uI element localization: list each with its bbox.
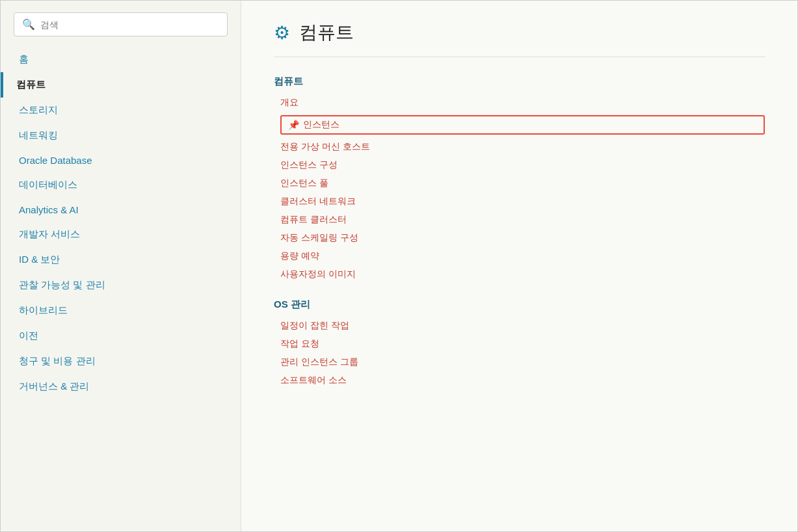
menu-item[interactable]: 개요 bbox=[280, 97, 765, 109]
menu-item[interactable]: 소프트웨어 소스 bbox=[280, 375, 765, 386]
sidebar-item-id-security[interactable]: ID & 보안 bbox=[1, 247, 241, 273]
menu-item[interactable]: 인스턴스 풀 bbox=[280, 178, 765, 189]
menu-item-label: 관리 인스턴스 그룹 bbox=[280, 356, 358, 368]
menu-item-label: 소프트웨어 소스 bbox=[280, 375, 347, 386]
menu-item-label: 인스턴스 bbox=[303, 119, 339, 131]
sidebar-item-observability[interactable]: 관찰 가능성 및 관리 bbox=[1, 273, 241, 298]
menu-items-compute-section: 개요📌인스턴스전용 가상 머신 호스트인스턴스 구성인스턴스 풀클러스터 네트워… bbox=[274, 97, 765, 280]
menu-item[interactable]: 전용 가상 머신 호스트 bbox=[280, 141, 765, 153]
section-compute-section: 컴퓨트개요📌인스턴스전용 가상 머신 호스트인스턴스 구성인스턴스 풀클러스터 … bbox=[274, 75, 765, 280]
sidebar-item-governance[interactable]: 거버넌스 & 관리 bbox=[1, 374, 241, 399]
sidebar-item-compute[interactable]: 컴퓨트 bbox=[1, 72, 241, 98]
page-title: 컴퓨트 bbox=[299, 20, 354, 45]
sidebar: 🔍 홈컴퓨트스토리지네트워킹Oracle Database데이터베이스Analy… bbox=[1, 1, 241, 531]
pin-icon: 📌 bbox=[288, 120, 299, 130]
compute-icon: ⚙ bbox=[274, 22, 290, 44]
search-icon: 🔍 bbox=[22, 18, 35, 31]
sidebar-item-developer-services[interactable]: 개발자 서비스 bbox=[1, 222, 241, 247]
menu-item-label: 작업 요청 bbox=[280, 338, 319, 350]
menu-item-label: 클러스터 네트워크 bbox=[280, 196, 356, 207]
sidebar-item-database[interactable]: 데이터베이스 bbox=[1, 172, 241, 198]
page-header: ⚙ 컴퓨트 bbox=[274, 20, 765, 57]
menu-item[interactable]: 인스턴스 구성 bbox=[280, 159, 765, 171]
menu-item-label: 개요 bbox=[280, 97, 299, 109]
sidebar-item-home[interactable]: 홈 bbox=[1, 47, 241, 72]
menu-item-label: 사용자정의 이미지 bbox=[280, 269, 356, 280]
menu-item[interactable]: 📌인스턴스 bbox=[280, 115, 765, 135]
menu-item[interactable]: 사용자정의 이미지 bbox=[280, 269, 765, 280]
menu-item[interactable]: 관리 인스턴스 그룹 bbox=[280, 356, 765, 368]
search-input[interactable] bbox=[40, 20, 219, 30]
sidebar-item-billing[interactable]: 청구 및 비용 관리 bbox=[1, 349, 241, 374]
menu-item-label: 인스턴스 구성 bbox=[280, 159, 338, 171]
menu-item-label: 일정이 잡힌 작업 bbox=[280, 320, 349, 332]
section-title-os-management-section: OS 관리 bbox=[274, 299, 765, 311]
sidebar-item-migration[interactable]: 이전 bbox=[1, 323, 241, 349]
menu-item[interactable]: 용량 예약 bbox=[280, 250, 765, 262]
menu-item[interactable]: 일정이 잡힌 작업 bbox=[280, 320, 765, 332]
sections-container: 컴퓨트개요📌인스턴스전용 가상 머신 호스트인스턴스 구성인스턴스 풀클러스터 … bbox=[274, 75, 765, 386]
sidebar-item-analytics-ai[interactable]: Analytics & AI bbox=[1, 198, 241, 222]
sidebar-item-hybrid[interactable]: 하이브리드 bbox=[1, 298, 241, 323]
menu-item-label: 용량 예약 bbox=[280, 250, 319, 262]
main-content: ⚙ 컴퓨트 컴퓨트개요📌인스턴스전용 가상 머신 호스트인스턴스 구성인스턴스 … bbox=[241, 1, 797, 531]
sidebar-item-storage[interactable]: 스토리지 bbox=[1, 98, 241, 123]
menu-item[interactable]: 자동 스케일링 구성 bbox=[280, 232, 765, 244]
search-box[interactable]: 🔍 bbox=[14, 12, 228, 36]
menu-item-label: 전용 가상 머신 호스트 bbox=[280, 141, 370, 153]
menu-items-os-management-section: 일정이 잡힌 작업작업 요청관리 인스턴스 그룹소프트웨어 소스 bbox=[274, 320, 765, 386]
sidebar-item-networking[interactable]: 네트워킹 bbox=[1, 123, 241, 148]
sidebar-item-oracle-database[interactable]: Oracle Database bbox=[1, 148, 241, 172]
section-title-compute-section: 컴퓨트 bbox=[274, 75, 765, 88]
menu-item[interactable]: 작업 요청 bbox=[280, 338, 765, 350]
menu-item-label: 컴퓨트 클러스터 bbox=[280, 214, 347, 226]
nav-list: 홈컴퓨트스토리지네트워킹Oracle Database데이터베이스Analyti… bbox=[1, 47, 241, 531]
menu-item-label: 자동 스케일링 구성 bbox=[280, 232, 358, 244]
section-os-management-section: OS 관리일정이 잡힌 작업작업 요청관리 인스턴스 그룹소프트웨어 소스 bbox=[274, 299, 765, 386]
menu-item[interactable]: 컴퓨트 클러스터 bbox=[280, 214, 765, 226]
menu-item-label: 인스턴스 풀 bbox=[280, 178, 328, 189]
menu-item[interactable]: 클러스터 네트워크 bbox=[280, 196, 765, 207]
